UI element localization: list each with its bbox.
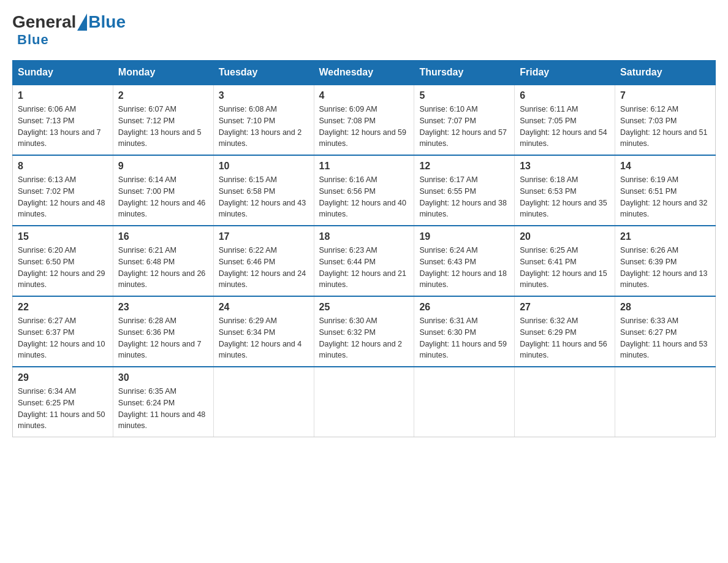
day-number: 26 <box>419 302 509 313</box>
logo-triangle-icon <box>77 13 87 31</box>
day-info: Sunrise: 6:26 AM Sunset: 6:39 PM Dayligh… <box>620 245 710 291</box>
day-header-saturday: Saturday <box>615 61 716 85</box>
day-header-wednesday: Wednesday <box>314 61 414 85</box>
day-info: Sunrise: 6:25 AM Sunset: 6:41 PM Dayligh… <box>520 245 610 291</box>
day-header-tuesday: Tuesday <box>213 61 314 85</box>
calendar-day-cell: 17 Sunrise: 6:22 AM Sunset: 6:46 PM Dayl… <box>213 226 314 296</box>
day-number: 2 <box>118 90 208 101</box>
day-number: 19 <box>419 231 509 242</box>
calendar-day-cell: 20 Sunrise: 6:25 AM Sunset: 6:41 PM Dayl… <box>515 226 615 296</box>
calendar-week-row: 1 Sunrise: 6:06 AM Sunset: 7:13 PM Dayli… <box>13 85 716 155</box>
day-number: 4 <box>319 90 409 101</box>
calendar-day-cell: 2 Sunrise: 6:07 AM Sunset: 7:12 PM Dayli… <box>113 85 213 155</box>
day-info: Sunrise: 6:19 AM Sunset: 6:51 PM Dayligh… <box>620 174 710 220</box>
day-info: Sunrise: 6:34 AM Sunset: 6:25 PM Dayligh… <box>18 386 108 432</box>
day-info: Sunrise: 6:17 AM Sunset: 6:55 PM Dayligh… <box>419 174 509 220</box>
day-info: Sunrise: 6:35 AM Sunset: 6:24 PM Dayligh… <box>118 386 208 432</box>
calendar-day-cell <box>515 367 615 437</box>
day-header-sunday: Sunday <box>13 61 113 85</box>
calendar-day-cell: 1 Sunrise: 6:06 AM Sunset: 7:13 PM Dayli… <box>13 85 113 155</box>
day-number: 12 <box>419 161 509 172</box>
calendar-day-cell <box>615 367 716 437</box>
logo: General Blue Blue <box>12 12 126 48</box>
calendar-body: 1 Sunrise: 6:06 AM Sunset: 7:13 PM Dayli… <box>13 85 716 437</box>
day-number: 14 <box>620 161 710 172</box>
day-number: 17 <box>219 231 309 242</box>
day-number: 30 <box>118 372 208 383</box>
calendar-day-cell: 26 Sunrise: 6:31 AM Sunset: 6:30 PM Dayl… <box>414 296 515 367</box>
calendar-table: SundayMondayTuesdayWednesdayThursdayFrid… <box>12 60 716 437</box>
calendar-day-cell: 13 Sunrise: 6:18 AM Sunset: 6:53 PM Dayl… <box>515 155 615 226</box>
page-header: General Blue Blue <box>12 12 716 48</box>
day-number: 20 <box>520 231 610 242</box>
day-number: 7 <box>620 90 710 101</box>
day-number: 11 <box>319 161 409 172</box>
day-header-thursday: Thursday <box>414 61 515 85</box>
calendar-day-cell: 4 Sunrise: 6:09 AM Sunset: 7:08 PM Dayli… <box>314 85 414 155</box>
day-number: 27 <box>520 302 610 313</box>
day-number: 29 <box>18 372 108 383</box>
day-number: 16 <box>118 231 208 242</box>
day-info: Sunrise: 6:09 AM Sunset: 7:08 PM Dayligh… <box>319 104 409 150</box>
calendar-day-cell: 21 Sunrise: 6:26 AM Sunset: 6:39 PM Dayl… <box>615 226 716 296</box>
day-info: Sunrise: 6:10 AM Sunset: 7:07 PM Dayligh… <box>419 104 509 150</box>
day-number: 9 <box>118 161 208 172</box>
day-info: Sunrise: 6:24 AM Sunset: 6:43 PM Dayligh… <box>419 245 509 291</box>
calendar-day-cell: 18 Sunrise: 6:23 AM Sunset: 6:44 PM Dayl… <box>314 226 414 296</box>
calendar-day-cell: 11 Sunrise: 6:16 AM Sunset: 6:56 PM Dayl… <box>314 155 414 226</box>
calendar-day-cell <box>314 367 414 437</box>
day-info: Sunrise: 6:28 AM Sunset: 6:36 PM Dayligh… <box>118 315 208 361</box>
calendar-header-row: SundayMondayTuesdayWednesdayThursdayFrid… <box>13 61 716 85</box>
calendar-week-row: 29 Sunrise: 6:34 AM Sunset: 6:25 PM Dayl… <box>13 367 716 437</box>
calendar-day-cell: 16 Sunrise: 6:21 AM Sunset: 6:48 PM Dayl… <box>113 226 213 296</box>
day-info: Sunrise: 6:33 AM Sunset: 6:27 PM Dayligh… <box>620 315 710 361</box>
day-info: Sunrise: 6:16 AM Sunset: 6:56 PM Dayligh… <box>319 174 409 220</box>
day-number: 21 <box>620 231 710 242</box>
day-info: Sunrise: 6:15 AM Sunset: 6:58 PM Dayligh… <box>219 174 309 220</box>
day-number: 15 <box>18 231 108 242</box>
calendar-day-cell: 9 Sunrise: 6:14 AM Sunset: 7:00 PM Dayli… <box>113 155 213 226</box>
day-header-friday: Friday <box>515 61 615 85</box>
calendar-day-cell: 3 Sunrise: 6:08 AM Sunset: 7:10 PM Dayli… <box>213 85 314 155</box>
day-number: 18 <box>319 231 409 242</box>
day-number: 1 <box>18 90 108 101</box>
calendar-day-cell: 5 Sunrise: 6:10 AM Sunset: 7:07 PM Dayli… <box>414 85 515 155</box>
day-header-monday: Monday <box>113 61 213 85</box>
calendar-day-cell: 30 Sunrise: 6:35 AM Sunset: 6:24 PM Dayl… <box>113 367 213 437</box>
calendar-day-cell: 27 Sunrise: 6:32 AM Sunset: 6:29 PM Dayl… <box>515 296 615 367</box>
day-info: Sunrise: 6:12 AM Sunset: 7:03 PM Dayligh… <box>620 104 710 150</box>
calendar-week-row: 15 Sunrise: 6:20 AM Sunset: 6:50 PM Dayl… <box>13 226 716 296</box>
day-info: Sunrise: 6:14 AM Sunset: 7:00 PM Dayligh… <box>118 174 208 220</box>
calendar-day-cell: 8 Sunrise: 6:13 AM Sunset: 7:02 PM Dayli… <box>13 155 113 226</box>
day-number: 23 <box>118 302 208 313</box>
calendar-day-cell: 12 Sunrise: 6:17 AM Sunset: 6:55 PM Dayl… <box>414 155 515 226</box>
calendar-day-cell: 23 Sunrise: 6:28 AM Sunset: 6:36 PM Dayl… <box>113 296 213 367</box>
day-number: 25 <box>319 302 409 313</box>
logo-general-text: General <box>12 12 76 32</box>
day-number: 6 <box>520 90 610 101</box>
day-info: Sunrise: 6:30 AM Sunset: 6:32 PM Dayligh… <box>319 315 409 361</box>
day-number: 24 <box>219 302 309 313</box>
calendar-day-cell: 14 Sunrise: 6:19 AM Sunset: 6:51 PM Dayl… <box>615 155 716 226</box>
calendar-day-cell: 7 Sunrise: 6:12 AM Sunset: 7:03 PM Dayli… <box>615 85 716 155</box>
calendar-day-cell <box>414 367 515 437</box>
day-info: Sunrise: 6:27 AM Sunset: 6:37 PM Dayligh… <box>18 315 108 361</box>
day-info: Sunrise: 6:06 AM Sunset: 7:13 PM Dayligh… <box>18 104 108 150</box>
calendar-day-cell: 10 Sunrise: 6:15 AM Sunset: 6:58 PM Dayl… <box>213 155 314 226</box>
day-info: Sunrise: 6:31 AM Sunset: 6:30 PM Dayligh… <box>419 315 509 361</box>
day-number: 13 <box>520 161 610 172</box>
day-info: Sunrise: 6:13 AM Sunset: 7:02 PM Dayligh… <box>18 174 108 220</box>
calendar-day-cell: 22 Sunrise: 6:27 AM Sunset: 6:37 PM Dayl… <box>13 296 113 367</box>
day-info: Sunrise: 6:32 AM Sunset: 6:29 PM Dayligh… <box>520 315 610 361</box>
day-info: Sunrise: 6:07 AM Sunset: 7:12 PM Dayligh… <box>118 104 208 150</box>
day-number: 3 <box>219 90 309 101</box>
calendar-day-cell: 28 Sunrise: 6:33 AM Sunset: 6:27 PM Dayl… <box>615 296 716 367</box>
calendar-day-cell: 19 Sunrise: 6:24 AM Sunset: 6:43 PM Dayl… <box>414 226 515 296</box>
day-info: Sunrise: 6:20 AM Sunset: 6:50 PM Dayligh… <box>18 245 108 291</box>
day-info: Sunrise: 6:21 AM Sunset: 6:48 PM Dayligh… <box>118 245 208 291</box>
calendar-week-row: 22 Sunrise: 6:27 AM Sunset: 6:37 PM Dayl… <box>13 296 716 367</box>
calendar-day-cell: 6 Sunrise: 6:11 AM Sunset: 7:05 PM Dayli… <box>515 85 615 155</box>
day-info: Sunrise: 6:23 AM Sunset: 6:44 PM Dayligh… <box>319 245 409 291</box>
logo-underline-text: Blue <box>17 32 49 47</box>
day-number: 28 <box>620 302 710 313</box>
